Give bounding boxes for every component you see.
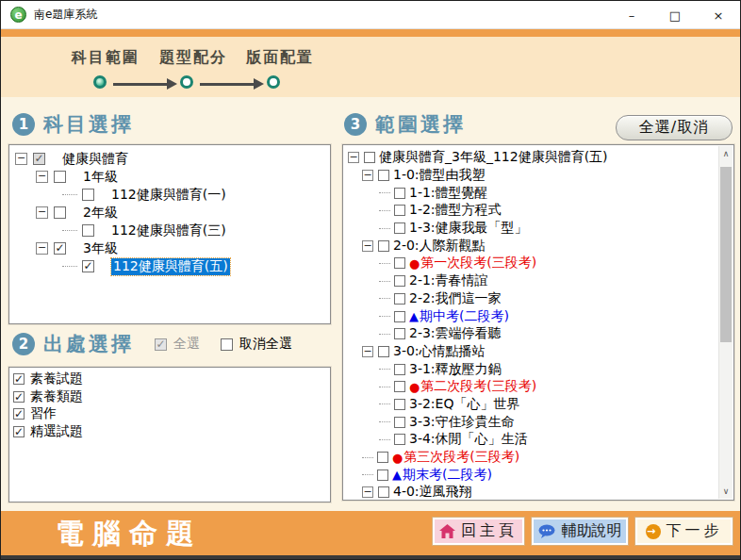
tree-item[interactable]: − 1-0:體型由我塑	[343, 167, 733, 185]
list-item[interactable]: ✓ 素養試題	[9, 371, 330, 388]
checkbox-unchecked[interactable]	[378, 170, 389, 181]
checkbox-unchecked[interactable]	[394, 399, 405, 410]
tree-label[interactable]: 2-0:人際新觀點	[393, 238, 486, 255]
tree-label-exam[interactable]: 期中考(二段考)	[420, 308, 509, 325]
tree-label-exam[interactable]: 第一次段考(三段考)	[420, 255, 536, 272]
minimize-button[interactable]: –	[610, 1, 653, 29]
tree-item[interactable]: 112健康與體育(一)	[9, 186, 330, 204]
checkbox-unchecked[interactable]	[394, 328, 405, 339]
tree-label[interactable]: 112健康與體育(一)	[111, 187, 226, 204]
tree-label[interactable]: 1年級	[83, 169, 118, 186]
tree-item[interactable]: ● 第一次段考(三段考)	[343, 255, 733, 272]
maximize-button[interactable]: □	[653, 1, 697, 29]
checkbox-unchecked[interactable]	[394, 381, 405, 392]
checkbox-unchecked[interactable]	[394, 311, 405, 322]
tree-item[interactable]: 2-2:我們這一家	[343, 290, 733, 308]
tree-item[interactable]: ✓ 112健康與體育(五)	[9, 257, 330, 275]
checkbox-unchecked[interactable]	[394, 257, 405, 269]
checkbox-unchecked[interactable]	[394, 205, 405, 216]
checkbox-mixed[interactable]: ✓	[33, 153, 45, 165]
tree-label[interactable]: 112健康與體育(三)	[111, 222, 226, 239]
tree-item[interactable]: − ✓ 健康與體育	[9, 150, 330, 168]
checkbox-unchecked[interactable]	[394, 364, 405, 375]
tree-item[interactable]: 3-1:釋放壓力鍋	[343, 360, 733, 378]
checkbox-unchecked[interactable]	[394, 222, 405, 234]
tree-label[interactable]: 3年級	[83, 240, 118, 257]
list-item[interactable]: ✓ 精選試題	[9, 423, 330, 441]
tree-label[interactable]: 3-4:休閒「心」生活	[409, 431, 528, 448]
checkbox-checked[interactable]: ✓	[82, 260, 94, 272]
tree-item[interactable]: 2-3:雲端停看聽	[343, 325, 733, 343]
checkbox-checked[interactable]: ✓	[13, 373, 25, 385]
collapse-toggle-icon[interactable]: −	[362, 240, 373, 252]
tree-item[interactable]: − 健康與體育_3年級_112健康與體育(五)	[343, 149, 733, 167]
tree-item[interactable]: − 1年級	[9, 168, 330, 186]
scrollbar-thumb[interactable]	[720, 167, 732, 342]
tree-label[interactable]: 2-1:青春情誼	[409, 272, 488, 289]
tree-label[interactable]: 健康與體育	[62, 151, 128, 168]
tree-label[interactable]: 1-2:體型方程式	[409, 202, 502, 219]
collapse-toggle-icon[interactable]: −	[348, 152, 359, 163]
list-item-label[interactable]: 素養試題	[30, 371, 83, 387]
checkbox-unchecked[interactable]	[394, 293, 405, 305]
collapse-toggle-icon[interactable]: −	[36, 206, 48, 219]
checkbox-unchecked[interactable]	[394, 417, 405, 428]
tree-item[interactable]: 112健康與體育(三)	[9, 222, 330, 239]
tree-item[interactable]: ▲ 期末考(二段考)	[343, 466, 733, 484]
list-item-label[interactable]: 精選試題	[30, 423, 83, 440]
home-button[interactable]: 回主頁	[433, 518, 524, 545]
select-all-checkbox[interactable]: ✓	[155, 338, 167, 351]
collapse-toggle-icon[interactable]: −	[362, 170, 373, 181]
select-toggle-button[interactable]: 全選/取消	[616, 115, 733, 140]
deselect-all-control[interactable]: 取消全選	[221, 336, 292, 353]
list-item-label[interactable]: 習作	[30, 405, 57, 422]
checkbox-unchecked[interactable]	[394, 434, 405, 445]
checkbox-checked[interactable]: ✓	[13, 391, 25, 403]
tree-label[interactable]: 4-0:逆風飛翔	[393, 484, 472, 501]
tree-item[interactable]: 1-1:體型覺醒	[343, 184, 733, 202]
tree-label-exam[interactable]: 第二次段考(三段考)	[420, 378, 536, 395]
tree-label-exam[interactable]: 期末考(二段考)	[403, 467, 492, 484]
tree-item[interactable]: − 4-0:逆風飛翔	[343, 484, 733, 501]
tree-label-exam[interactable]: 第三次段考(三段考)	[403, 449, 519, 466]
checkbox-unchecked[interactable]	[394, 275, 405, 287]
tree-item[interactable]: 3-2:EQ「心」世界	[343, 396, 733, 414]
tree-label[interactable]: 3-1:釋放壓力鍋	[409, 361, 502, 378]
scroll-down-icon[interactable]: ∨	[719, 484, 733, 499]
close-button[interactable]: ×	[697, 1, 740, 29]
tree-label[interactable]: 健康與體育_3年級_112健康與體育(五)	[379, 149, 608, 166]
tree-label[interactable]: 3-0:心情點播站	[393, 343, 486, 360]
checkbox-unchecked[interactable]	[377, 469, 388, 481]
list-item[interactable]: ✓ 素養類題	[9, 388, 330, 406]
tree-label[interactable]: 2-2:我們這一家	[409, 290, 502, 307]
tree-label[interactable]: 3-3:守住珍貴生命	[409, 414, 515, 431]
tree-label-selected[interactable]: 112健康與體育(五)	[111, 258, 230, 275]
checkbox-unchecked[interactable]	[378, 486, 389, 498]
tree-item[interactable]: ● 第二次段考(三段考)	[343, 378, 733, 396]
help-button[interactable]: 輔助說明	[532, 518, 628, 545]
collapse-toggle-icon[interactable]: −	[36, 242, 48, 255]
deselect-all-checkbox[interactable]	[221, 338, 233, 351]
checkbox-checked[interactable]: ✓	[54, 242, 66, 255]
tree-item[interactable]: 1-3:健康我最「型」	[343, 220, 733, 238]
tree-label[interactable]: 2-3:雲端停看聽	[409, 325, 502, 342]
tree-item[interactable]: 3-3:守住珍貴生命	[343, 413, 733, 431]
checkbox-unchecked[interactable]	[82, 189, 94, 201]
checkbox-unchecked[interactable]	[378, 346, 389, 357]
collapse-toggle-icon[interactable]: −	[362, 346, 373, 357]
list-item[interactable]: ✓ 習作	[9, 405, 330, 423]
checkbox-unchecked[interactable]	[364, 152, 375, 163]
tree-item[interactable]: ▲ 期中考(二段考)	[343, 307, 733, 325]
select-all-control[interactable]: ✓ 全選	[155, 336, 200, 353]
checkbox-unchecked[interactable]	[54, 206, 66, 219]
tree-item[interactable]: − ✓ 3年級	[9, 239, 330, 257]
checkbox-checked[interactable]: ✓	[13, 426, 25, 437]
next-button[interactable]: → 下一步	[635, 518, 733, 545]
tree-label[interactable]: 1-1:體型覺醒	[409, 185, 488, 202]
checkbox-unchecked[interactable]	[377, 452, 388, 463]
tree-label[interactable]: 3-2:EQ「心」世界	[409, 396, 519, 413]
collapse-toggle-icon[interactable]: −	[36, 171, 48, 183]
collapse-toggle-icon[interactable]: −	[15, 153, 27, 165]
tree-item[interactable]: ● 第三次段考(三段考)	[343, 449, 733, 467]
tree-item[interactable]: 1-2:體型方程式	[343, 202, 733, 220]
